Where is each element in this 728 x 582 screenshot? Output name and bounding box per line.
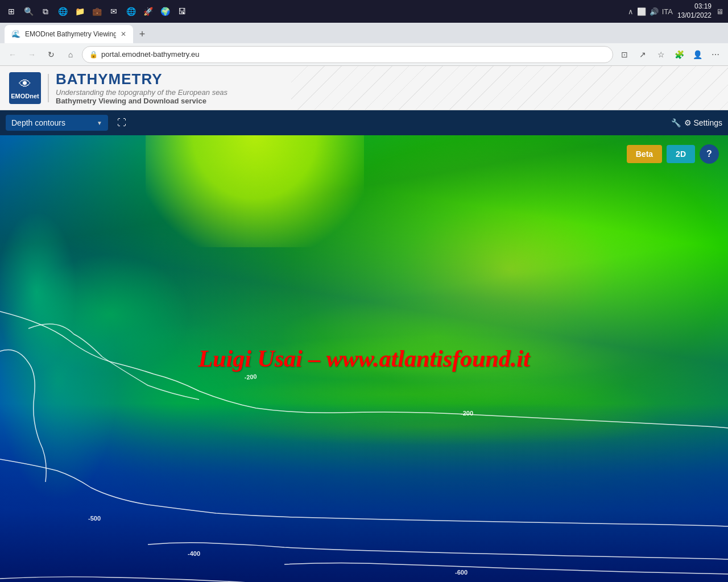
explorer-icon[interactable]: 📁 xyxy=(73,5,86,18)
notification-icon[interactable]: 🖥 xyxy=(716,7,723,16)
tab-close-button[interactable]: ✕ xyxy=(121,30,126,38)
tab-bar: 🌊 EMODnet Bathymetry Viewing a... ✕ + xyxy=(0,23,728,43)
url-text: portal.emodnet-bathymetry.eu xyxy=(101,50,199,59)
taskbar-right: ∧ ⬜ 🔊 ITA 03:19 13/01/2022 🖥 xyxy=(628,2,723,20)
map-controls: Beta 2D ? xyxy=(627,144,719,164)
lang-indicator: ITA xyxy=(662,7,673,16)
screenshot-btn[interactable]: ⊡ xyxy=(617,47,632,63)
system-tray: ∧ ⬜ 🔊 ITA xyxy=(628,7,673,16)
browser-icon2[interactable]: 🌐 xyxy=(124,5,138,18)
site-header: 👁 EMODnet BATHYMETRY Understanding the t… xyxy=(0,66,728,110)
reload-button[interactable]: ↻ xyxy=(43,47,59,63)
svg-text:-400: -400 xyxy=(188,550,200,557)
settings-button[interactable]: 🔧 ⚙ Settings xyxy=(671,118,722,127)
emodnet-logo[interactable]: 👁 EMODnet xyxy=(9,72,41,104)
svg-text:-200: -200 xyxy=(461,410,473,417)
profile-btn[interactable]: 👤 xyxy=(689,47,705,63)
site-title: BATHYMETRY xyxy=(56,70,228,88)
svg-text:-600: -600 xyxy=(455,569,468,576)
chrome-icon[interactable]: 🌍 xyxy=(158,5,172,18)
start-button[interactable]: ⊞ xyxy=(5,5,18,18)
time-display: 03:19 xyxy=(677,2,712,11)
app-toolbar: Depth contours ▼ ⛶ 🔧 ⚙ Settings xyxy=(0,110,728,135)
window-icon[interactable]: ⬜ xyxy=(637,7,646,16)
depth-contours-dropdown[interactable]: Depth contours ▼ xyxy=(6,115,108,131)
svg-text:-500: -500 xyxy=(88,515,101,522)
logo-container: 👁 EMODnet xyxy=(9,72,49,104)
bookmark-btn[interactable]: ☆ xyxy=(653,47,669,63)
address-input[interactable]: 🔒 portal.emodnet-bathymetry.eu xyxy=(82,46,613,63)
site-subtitle: Understanding the topography of the Euro… xyxy=(56,88,228,97)
help-button[interactable]: ? xyxy=(700,144,719,164)
twod-button[interactable]: 2D xyxy=(667,145,695,163)
mail-icon[interactable]: ✉ xyxy=(107,5,121,18)
watermark-text: Luigi Usai – www.atlantisfound.it xyxy=(198,345,530,372)
beta-button[interactable]: Beta xyxy=(627,145,662,163)
rocket-icon[interactable]: 🚀 xyxy=(141,5,155,18)
tab-favicon: 🌊 xyxy=(11,30,20,39)
svg-text:-200: -200 xyxy=(244,373,257,381)
depth-contours-label: Depth contours xyxy=(11,118,65,127)
site-title-block: BATHYMETRY Understanding the topography … xyxy=(56,70,228,105)
header-bg-pattern xyxy=(291,66,728,110)
emodnet-logo-text: EMODnet xyxy=(11,93,39,99)
browser-chrome: 🌊 EMODnet Bathymetry Viewing a... ✕ + ← … xyxy=(0,23,728,66)
files-icon[interactable]: 🖫 xyxy=(175,5,189,18)
logo-divider xyxy=(48,74,49,102)
taskbar: ⊞ 🔍 ⧉ 🌐 📁 💼 ✉ 🌐 🚀 🌍 🖫 ∧ ⬜ 🔊 ITA 03:19 13… xyxy=(0,0,728,23)
bar-actions: ⊡ ↗ ☆ 🧩 👤 ⋯ xyxy=(617,47,723,63)
lock-icon: 🔒 xyxy=(89,51,98,59)
logo-eye-icon: 👁 xyxy=(19,77,31,92)
home-button[interactable]: ⌂ xyxy=(63,47,78,63)
share-btn[interactable]: ↗ xyxy=(635,47,651,63)
taskbar-left: ⊞ 🔍 ⧉ 🌐 📁 💼 ✉ 🌐 🚀 🌍 🖫 xyxy=(5,5,189,18)
task-view-icon[interactable]: ⧉ xyxy=(39,5,52,18)
toolbar-right: 🔧 ⚙ Settings xyxy=(671,118,722,127)
clock: 03:19 13/01/2022 xyxy=(677,2,712,20)
search-taskbar-icon[interactable]: 🔍 xyxy=(22,5,35,18)
site-service: Bathymetry Viewing and Download service xyxy=(56,97,228,105)
map-container[interactable]: -200 -200 -500 -400 -600 -1000 -1000 Lui… xyxy=(0,135,728,582)
tab-title: EMODnet Bathymetry Viewing a... xyxy=(25,30,116,38)
store-icon[interactable]: 💼 xyxy=(90,5,104,18)
chevron-icon[interactable]: ∧ xyxy=(628,7,634,16)
address-bar: ← → ↻ ⌂ 🔒 portal.emodnet-bathymetry.eu ⊡… xyxy=(0,43,728,66)
new-tab-button[interactable]: + xyxy=(133,25,151,43)
dropdown-arrow-icon: ▼ xyxy=(97,120,102,126)
settings-icon: 🔧 xyxy=(671,118,681,127)
menu-btn[interactable]: ⋯ xyxy=(708,47,723,63)
volume-icon[interactable]: 🔊 xyxy=(650,7,659,16)
back-button[interactable]: ← xyxy=(5,47,20,63)
edge-icon[interactable]: 🌐 xyxy=(56,5,69,18)
fullscreen-button[interactable]: ⛶ xyxy=(113,114,131,132)
forward-button[interactable]: → xyxy=(24,47,40,63)
settings-label: ⚙ Settings xyxy=(684,118,722,127)
extensions-btn[interactable]: 🧩 xyxy=(671,47,687,63)
active-tab[interactable]: 🌊 EMODnet Bathymetry Viewing a... ✕ xyxy=(5,25,133,43)
date-display: 13/01/2022 xyxy=(677,11,712,20)
